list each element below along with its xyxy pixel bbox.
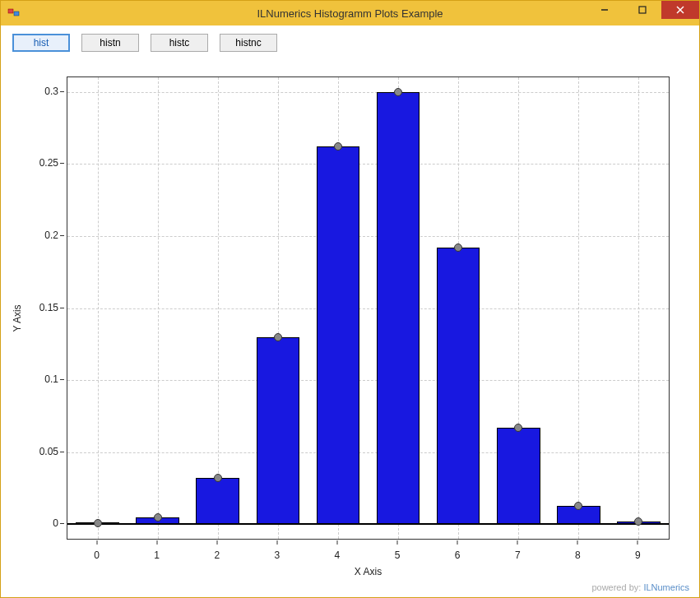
bar[interactable] bbox=[196, 478, 239, 524]
footer-link[interactable]: ILNumerics bbox=[643, 582, 689, 592]
data-marker[interactable] bbox=[154, 513, 162, 522]
histc-button[interactable]: histc bbox=[151, 34, 208, 52]
data-marker[interactable] bbox=[634, 517, 642, 526]
x-tick-label: 5 bbox=[395, 549, 401, 561]
data-marker[interactable] bbox=[334, 142, 342, 151]
y-tick-label: 0.1 bbox=[44, 373, 58, 385]
footer: powered by: ILNumerics bbox=[591, 582, 689, 592]
app-window: ILNumerics Histogramm Plots Example hist… bbox=[0, 0, 700, 598]
bar[interactable] bbox=[317, 146, 360, 524]
data-marker[interactable] bbox=[94, 519, 102, 527]
baseline bbox=[67, 523, 669, 525]
bar[interactable] bbox=[377, 92, 420, 525]
app-icon bbox=[7, 7, 21, 20]
x-tick-label: 6 bbox=[455, 549, 461, 561]
x-tick-label: 2 bbox=[214, 549, 220, 561]
y-axis: 00.050.10.150.20.250.3 bbox=[9, 76, 63, 540]
svg-rect-1 bbox=[14, 12, 19, 16]
y-tick-label: 0.15 bbox=[39, 302, 58, 313]
x-tick-label: 3 bbox=[275, 549, 280, 561]
histnc-button[interactable]: histnc bbox=[220, 34, 277, 52]
data-marker[interactable] bbox=[394, 88, 402, 96]
toolbar: histhistnhistchistnc bbox=[1, 25, 699, 57]
close-button[interactable] bbox=[661, 1, 699, 19]
svg-rect-0 bbox=[8, 9, 13, 13]
y-tick-label: 0.25 bbox=[39, 157, 58, 169]
svg-line-5 bbox=[677, 7, 684, 13]
y-tick-label: 0 bbox=[53, 517, 58, 529]
data-marker[interactable] bbox=[214, 474, 222, 482]
titlebar: ILNumerics Histogramm Plots Example bbox=[1, 1, 699, 25]
x-axis-label: X Axis bbox=[67, 566, 670, 577]
bar[interactable] bbox=[437, 248, 480, 525]
bar[interactable] bbox=[257, 337, 300, 525]
plot-region: Y Axis 00.050.10.150.20.250.3 0123456789… bbox=[9, 62, 691, 574]
bar-series bbox=[67, 77, 669, 539]
y-tick-label: 0.2 bbox=[44, 229, 58, 241]
data-marker[interactable] bbox=[514, 424, 522, 432]
data-marker[interactable] bbox=[454, 243, 462, 252]
footer-prefix: powered by: bbox=[591, 582, 643, 592]
client-area: histhistnhistchistnc Y Axis 00.050.10.15… bbox=[1, 25, 699, 597]
y-tick-label: 0.05 bbox=[39, 446, 58, 457]
histn-button[interactable]: histn bbox=[81, 34, 139, 52]
x-tick-label: 7 bbox=[515, 549, 521, 561]
x-tick-label: 0 bbox=[94, 549, 100, 561]
x-tick-label: 9 bbox=[635, 549, 641, 561]
svg-line-4 bbox=[677, 7, 684, 13]
hist-button[interactable]: hist bbox=[12, 34, 70, 52]
data-marker[interactable] bbox=[574, 502, 582, 510]
svg-rect-3 bbox=[639, 7, 646, 13]
x-tick-label: 8 bbox=[575, 549, 581, 561]
x-tick-label: 1 bbox=[154, 549, 160, 561]
x-tick-label: 4 bbox=[335, 549, 341, 561]
data-marker[interactable] bbox=[274, 333, 282, 341]
bar[interactable] bbox=[497, 428, 540, 524]
plot-frame[interactable] bbox=[67, 76, 670, 540]
window-controls bbox=[586, 1, 699, 19]
y-tick-label: 0.3 bbox=[44, 86, 58, 97]
maximize-button[interactable] bbox=[624, 1, 661, 19]
minimize-button[interactable] bbox=[586, 1, 624, 19]
